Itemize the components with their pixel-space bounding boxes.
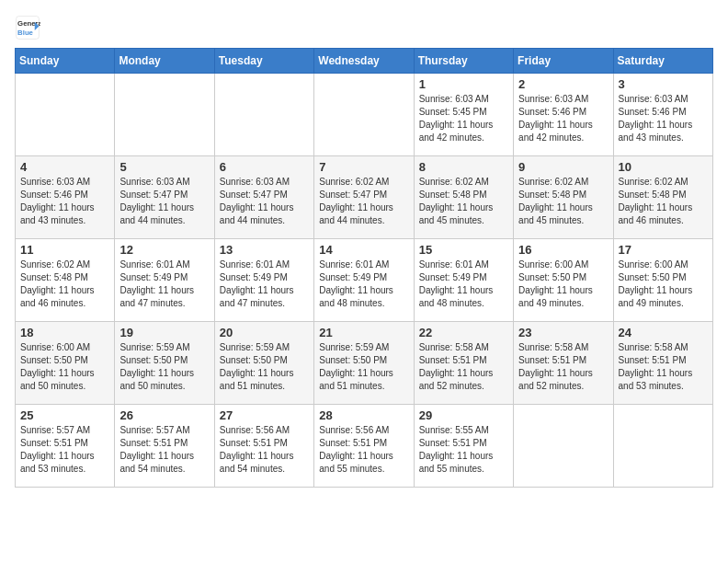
weekday-header-wednesday: Wednesday (314, 49, 414, 74)
day-info: Sunrise: 5:57 AM Sunset: 5:51 PM Dayligh… (119, 424, 209, 476)
calendar-cell: 28Sunrise: 5:56 AM Sunset: 5:51 PM Dayli… (314, 405, 414, 488)
day-info: Sunrise: 6:03 AM Sunset: 5:46 PM Dayligh… (518, 93, 608, 144)
day-number: 19 (119, 326, 209, 339)
day-number: 22 (419, 326, 508, 339)
day-number: 18 (20, 326, 109, 339)
day-info: Sunrise: 6:02 AM Sunset: 5:48 PM Dayligh… (419, 176, 508, 227)
day-number: 10 (619, 160, 708, 174)
weekday-header-friday: Friday (514, 49, 613, 74)
day-info: Sunrise: 6:00 AM Sunset: 5:50 PM Dayligh… (619, 259, 708, 310)
calendar-cell: 12Sunrise: 6:01 AM Sunset: 5:49 PM Dayli… (115, 239, 214, 322)
calendar-cell: 10Sunrise: 6:02 AM Sunset: 5:48 PM Dayli… (613, 156, 712, 239)
day-number: 6 (220, 160, 309, 174)
calendar-cell: 9Sunrise: 6:02 AM Sunset: 5:48 PM Daylig… (514, 156, 613, 239)
calendar-cell: 24Sunrise: 5:58 AM Sunset: 5:51 PM Dayli… (613, 322, 712, 405)
svg-text:Blue: Blue (17, 29, 34, 37)
day-info: Sunrise: 6:03 AM Sunset: 5:46 PM Dayligh… (20, 176, 109, 227)
day-number: 16 (518, 243, 608, 257)
day-number: 4 (20, 160, 109, 174)
calendar-cell (314, 74, 414, 156)
calendar-cell (613, 405, 712, 488)
day-number: 21 (319, 326, 408, 339)
calendar-cell: 20Sunrise: 5:59 AM Sunset: 5:50 PM Dayli… (214, 322, 313, 405)
day-number: 5 (119, 160, 209, 174)
calendar-cell (16, 74, 115, 156)
day-info: Sunrise: 5:58 AM Sunset: 5:51 PM Dayligh… (619, 341, 708, 393)
day-info: Sunrise: 5:56 AM Sunset: 5:51 PM Dayligh… (220, 424, 309, 476)
day-info: Sunrise: 6:02 AM Sunset: 5:48 PM Dayligh… (20, 259, 109, 310)
calendar-cell: 13Sunrise: 6:01 AM Sunset: 5:49 PM Dayli… (214, 239, 313, 322)
day-info: Sunrise: 6:01 AM Sunset: 5:49 PM Dayligh… (419, 259, 508, 310)
day-info: Sunrise: 5:59 AM Sunset: 5:50 PM Dayligh… (220, 341, 309, 393)
calendar-cell: 15Sunrise: 6:01 AM Sunset: 5:49 PM Dayli… (414, 239, 513, 322)
calendar-cell: 17Sunrise: 6:00 AM Sunset: 5:50 PM Dayli… (613, 239, 712, 322)
calendar-cell: 16Sunrise: 6:00 AM Sunset: 5:50 PM Dayli… (514, 239, 613, 322)
day-info: Sunrise: 6:03 AM Sunset: 5:47 PM Dayligh… (119, 176, 209, 227)
calendar-cell: 29Sunrise: 5:55 AM Sunset: 5:51 PM Dayli… (414, 405, 513, 488)
day-number: 3 (619, 77, 708, 91)
logo-icon: General Blue (15, 15, 40, 40)
day-info: Sunrise: 5:59 AM Sunset: 5:50 PM Dayligh… (119, 341, 209, 393)
day-number: 29 (419, 408, 508, 422)
calendar-week-row: 1Sunrise: 6:03 AM Sunset: 5:45 PM Daylig… (16, 74, 713, 156)
day-number: 17 (619, 243, 708, 257)
day-info: Sunrise: 6:02 AM Sunset: 5:47 PM Dayligh… (319, 176, 408, 227)
calendar-cell: 19Sunrise: 5:59 AM Sunset: 5:50 PM Dayli… (115, 322, 214, 405)
day-info: Sunrise: 6:00 AM Sunset: 5:50 PM Dayligh… (20, 341, 109, 393)
day-number: 23 (518, 326, 608, 339)
calendar-cell (115, 74, 214, 156)
day-number: 15 (419, 243, 508, 257)
day-number: 2 (518, 77, 608, 91)
day-info: Sunrise: 6:03 AM Sunset: 5:45 PM Dayligh… (419, 93, 508, 144)
calendar-cell (214, 74, 313, 156)
day-number: 25 (20, 408, 109, 422)
weekday-header-sunday: Sunday (16, 49, 115, 74)
calendar-cell: 14Sunrise: 6:01 AM Sunset: 5:49 PM Dayli… (314, 239, 414, 322)
calendar-cell: 8Sunrise: 6:02 AM Sunset: 5:48 PM Daylig… (414, 156, 513, 239)
day-info: Sunrise: 6:03 AM Sunset: 5:46 PM Dayligh… (619, 93, 708, 144)
weekday-header-tuesday: Tuesday (214, 49, 313, 74)
day-info: Sunrise: 6:01 AM Sunset: 5:49 PM Dayligh… (220, 259, 309, 310)
day-number: 1 (419, 77, 508, 91)
day-info: Sunrise: 6:02 AM Sunset: 5:48 PM Dayligh… (518, 176, 608, 227)
day-number: 20 (220, 326, 309, 339)
calendar-cell: 11Sunrise: 6:02 AM Sunset: 5:48 PM Dayli… (16, 239, 115, 322)
page-header: General Blue (15, 15, 713, 40)
calendar-cell (514, 405, 613, 488)
calendar-week-row: 25Sunrise: 5:57 AM Sunset: 5:51 PM Dayli… (16, 405, 713, 488)
day-number: 28 (319, 408, 408, 422)
calendar-cell: 26Sunrise: 5:57 AM Sunset: 5:51 PM Dayli… (115, 405, 214, 488)
calendar-cell: 7Sunrise: 6:02 AM Sunset: 5:47 PM Daylig… (314, 156, 414, 239)
calendar-cell: 27Sunrise: 5:56 AM Sunset: 5:51 PM Dayli… (214, 405, 313, 488)
day-number: 14 (319, 243, 408, 257)
day-number: 13 (220, 243, 309, 257)
calendar-cell: 3Sunrise: 6:03 AM Sunset: 5:46 PM Daylig… (613, 74, 712, 156)
day-number: 27 (220, 408, 309, 422)
day-number: 11 (20, 243, 109, 257)
day-number: 12 (119, 243, 209, 257)
calendar-week-row: 4Sunrise: 6:03 AM Sunset: 5:46 PM Daylig… (16, 156, 713, 239)
day-number: 9 (518, 160, 608, 174)
calendar-cell: 2Sunrise: 6:03 AM Sunset: 5:46 PM Daylig… (514, 74, 613, 156)
day-number: 24 (619, 326, 708, 339)
day-info: Sunrise: 6:03 AM Sunset: 5:47 PM Dayligh… (220, 176, 309, 227)
calendar-cell: 21Sunrise: 5:59 AM Sunset: 5:50 PM Dayli… (314, 322, 414, 405)
weekday-header-saturday: Saturday (613, 49, 712, 74)
day-info: Sunrise: 6:01 AM Sunset: 5:49 PM Dayligh… (319, 259, 408, 310)
calendar-cell: 23Sunrise: 5:58 AM Sunset: 5:51 PM Dayli… (514, 322, 613, 405)
weekday-header-thursday: Thursday (414, 49, 513, 74)
day-info: Sunrise: 5:59 AM Sunset: 5:50 PM Dayligh… (319, 341, 408, 393)
day-info: Sunrise: 6:00 AM Sunset: 5:50 PM Dayligh… (518, 259, 608, 310)
calendar-cell: 22Sunrise: 5:58 AM Sunset: 5:51 PM Dayli… (414, 322, 513, 405)
calendar-body: 1Sunrise: 6:03 AM Sunset: 5:45 PM Daylig… (16, 74, 713, 488)
day-info: Sunrise: 6:01 AM Sunset: 5:49 PM Dayligh… (119, 259, 209, 310)
logo: General Blue (15, 15, 40, 40)
weekday-header-row: SundayMondayTuesdayWednesdayThursdayFrid… (16, 49, 713, 74)
day-number: 26 (119, 408, 209, 422)
calendar-week-row: 11Sunrise: 6:02 AM Sunset: 5:48 PM Dayli… (16, 239, 713, 322)
day-number: 8 (419, 160, 508, 174)
calendar-cell: 4Sunrise: 6:03 AM Sunset: 5:46 PM Daylig… (16, 156, 115, 239)
day-number: 7 (319, 160, 408, 174)
calendar-header: SundayMondayTuesdayWednesdayThursdayFrid… (16, 49, 713, 74)
calendar-week-row: 18Sunrise: 6:00 AM Sunset: 5:50 PM Dayli… (16, 322, 713, 405)
